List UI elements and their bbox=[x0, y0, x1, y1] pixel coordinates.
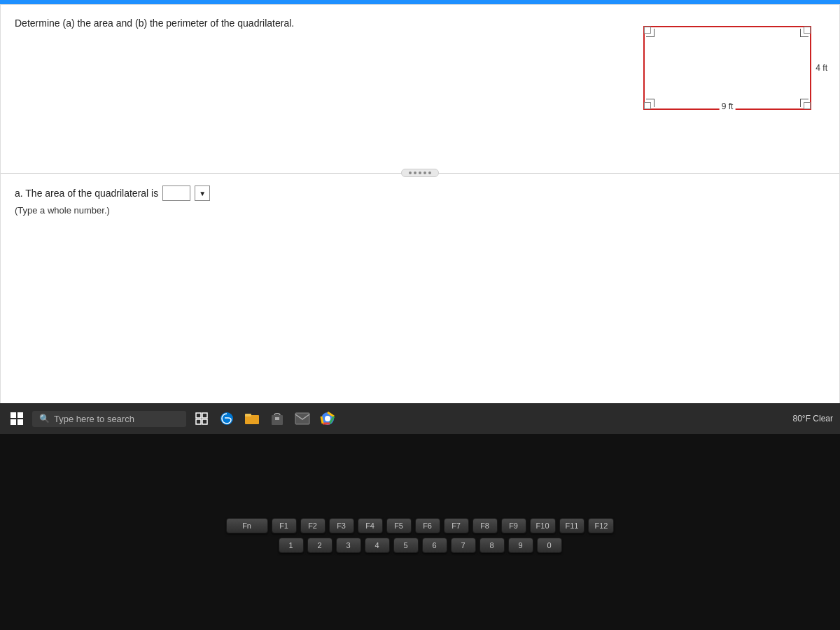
answer-a-label: a. The area of the quadrilateral is bbox=[15, 188, 158, 199]
key-1[interactable]: 1 bbox=[279, 538, 304, 553]
corner-tr bbox=[804, 27, 811, 34]
answer-a-line: a. The area of the quadrilateral is ▼ bbox=[15, 186, 825, 201]
windows-button[interactable] bbox=[7, 409, 27, 428]
key-f7[interactable]: F7 bbox=[444, 518, 469, 533]
taskbar-right-area: 80°F Clear bbox=[793, 414, 834, 424]
file-explorer-icon[interactable] bbox=[242, 409, 262, 428]
windows-icon bbox=[10, 412, 23, 425]
drag-dot-2 bbox=[414, 172, 416, 174]
keyboard-fn-row: Fn F1 F2 F3 F4 F5 F6 F7 F8 F9 F10 F11 F1… bbox=[226, 518, 615, 533]
taskbar-search[interactable]: 🔍 Type here to search bbox=[32, 411, 186, 427]
key-0[interactable]: 0 bbox=[537, 538, 562, 553]
weather-info: 80°F Clear bbox=[793, 414, 834, 424]
store-icon[interactable] bbox=[267, 409, 287, 428]
key-f10[interactable]: F10 bbox=[530, 518, 556, 533]
key-f1[interactable]: F1 bbox=[272, 518, 297, 533]
key-f9[interactable]: F9 bbox=[501, 518, 526, 533]
win-icon-cell-1 bbox=[10, 412, 16, 418]
key-f6[interactable]: F6 bbox=[415, 518, 440, 533]
key-f2[interactable]: F2 bbox=[300, 518, 326, 533]
corner-tl bbox=[644, 27, 651, 34]
problem-statement: Determine (a) the area and (b) the perim… bbox=[15, 18, 294, 29]
quadrilateral-shape: 9 ft 4 ft bbox=[643, 26, 811, 110]
svg-rect-3 bbox=[202, 419, 207, 424]
svg-rect-9 bbox=[295, 413, 309, 424]
diagram-container: 9 ft 4 ft bbox=[636, 19, 832, 131]
answer-a-dropdown[interactable]: ▼ bbox=[195, 186, 210, 201]
drag-dot-1 bbox=[409, 172, 412, 174]
width-dimension: 9 ft bbox=[720, 102, 736, 111]
svg-point-11 bbox=[325, 416, 330, 421]
key-9[interactable]: 9 bbox=[508, 538, 533, 553]
key-f11[interactable]: F11 bbox=[559, 518, 585, 533]
key-f12[interactable]: F12 bbox=[588, 518, 614, 533]
svg-rect-0 bbox=[196, 413, 201, 418]
corner-bl bbox=[644, 102, 651, 109]
key-3[interactable]: 3 bbox=[336, 538, 361, 553]
mail-icon[interactable] bbox=[293, 409, 312, 428]
key-7[interactable]: 7 bbox=[451, 538, 476, 553]
key-f3[interactable]: F3 bbox=[329, 518, 354, 533]
key-f8[interactable]: F8 bbox=[472, 518, 498, 533]
key-5[interactable]: 5 bbox=[393, 538, 419, 553]
corner-br bbox=[804, 102, 811, 109]
keyboard-area: Fn F1 F2 F3 F4 F5 F6 F7 F8 F9 F10 F11 F1… bbox=[0, 434, 840, 630]
svg-rect-6 bbox=[245, 414, 251, 416]
answer-a-hint: (Type a whole number.) bbox=[15, 205, 825, 216]
drag-handle[interactable] bbox=[401, 169, 439, 177]
key-f4[interactable]: F4 bbox=[358, 518, 383, 533]
drag-dot-4 bbox=[424, 172, 426, 174]
key-f5[interactable]: F5 bbox=[386, 518, 412, 533]
svg-rect-1 bbox=[202, 413, 207, 418]
taskbar: 🔍 Type here to search bbox=[0, 403, 840, 434]
drag-dot-5 bbox=[428, 172, 431, 174]
answer-a-input[interactable] bbox=[162, 186, 190, 201]
key-2[interactable]: 2 bbox=[307, 538, 332, 553]
key-fn[interactable]: Fn bbox=[226, 518, 268, 533]
height-dimension: 4 ft bbox=[813, 63, 830, 73]
search-icon: 🔍 bbox=[39, 414, 50, 424]
keyboard-num-row: 1 2 3 4 5 6 7 8 9 0 bbox=[279, 538, 562, 553]
win-icon-cell-2 bbox=[18, 412, 23, 418]
drag-dot-3 bbox=[419, 172, 421, 174]
svg-rect-8 bbox=[275, 417, 279, 420]
search-placeholder-text: Type here to search bbox=[54, 414, 134, 424]
chrome-icon[interactable] bbox=[318, 409, 337, 428]
answer-section: a. The area of the quadrilateral is ▼ (T… bbox=[15, 186, 825, 216]
key-8[interactable]: 8 bbox=[479, 538, 505, 553]
key-6[interactable]: 6 bbox=[422, 538, 447, 553]
key-4[interactable]: 4 bbox=[365, 538, 390, 553]
edge-browser-icon[interactable] bbox=[217, 409, 237, 428]
svg-rect-2 bbox=[196, 419, 201, 424]
win-icon-cell-4 bbox=[18, 419, 23, 425]
win-icon-cell-3 bbox=[10, 419, 16, 425]
task-view-button[interactable] bbox=[192, 409, 211, 428]
